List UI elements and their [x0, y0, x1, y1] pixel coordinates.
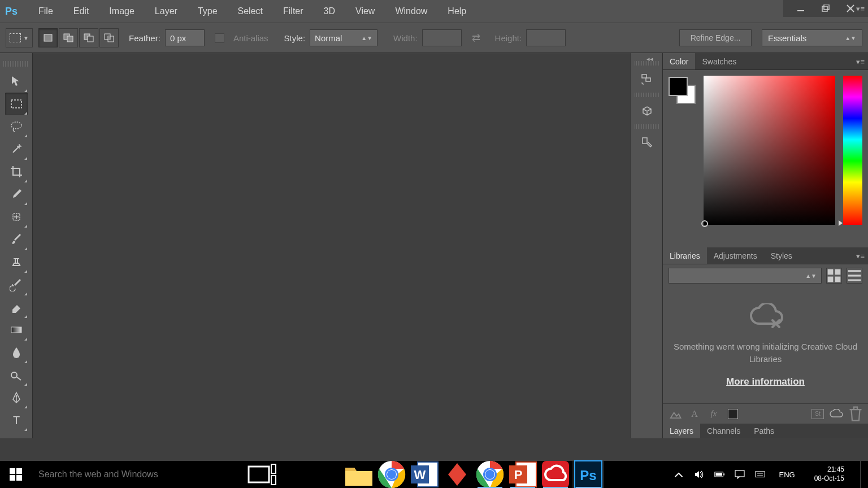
- photoshop-taskbar-icon[interactable]: Ps: [572, 461, 604, 488]
- keyboard-icon[interactable]: [755, 469, 765, 480]
- menu-type[interactable]: Type: [188, 0, 228, 23]
- minimize-icon[interactable]: [796, 3, 806, 14]
- magic-wand-tool[interactable]: [5, 138, 28, 160]
- menu-3d[interactable]: 3D: [314, 0, 345, 23]
- list-view-button[interactable]: [847, 268, 862, 284]
- panel-grip[interactable]: [3, 61, 29, 67]
- maximize-icon[interactable]: [821, 3, 831, 14]
- antialias-label: Anti-alias: [233, 33, 268, 43]
- menu-layer[interactable]: Layer: [145, 0, 188, 23]
- layers-tab[interactable]: Layers: [663, 424, 700, 438]
- chevron-updown-icon: ▲▼: [361, 35, 372, 41]
- type-tool[interactable]: T: [5, 409, 28, 432]
- panel-grip[interactable]: [635, 93, 659, 97]
- workspace-select[interactable]: Essentials ▲▼: [762, 29, 862, 46]
- panel-grip[interactable]: [635, 124, 659, 129]
- tool-preset-picker[interactable]: ▼: [6, 28, 33, 47]
- panel-menu-icon[interactable]: ▾≡: [856, 252, 865, 260]
- battery-icon[interactable]: [714, 469, 724, 480]
- crop-tool[interactable]: [5, 160, 28, 183]
- feather-input[interactable]: [165, 29, 205, 46]
- rectangular-marquee-tool[interactable]: [5, 93, 28, 115]
- collapse-panels-icon[interactable]: ◂◂: [646, 55, 653, 63]
- show-desktop-button[interactable]: [860, 461, 863, 488]
- chrome-running-icon[interactable]: [474, 461, 506, 488]
- fg-bg-swatch[interactable]: [669, 77, 696, 104]
- svg-rect-66: [724, 473, 725, 475]
- library-select[interactable]: ▲▼: [669, 268, 822, 284]
- gradient-tool[interactable]: [5, 319, 28, 341]
- swatches-tab[interactable]: Swatches: [695, 53, 743, 69]
- blur-tool[interactable]: [5, 341, 28, 364]
- language-indicator[interactable]: ENG: [775, 470, 798, 479]
- properties-panel-icon[interactable]: [636, 131, 658, 154]
- window-controls: [783, 0, 868, 17]
- add-selection-button[interactable]: [59, 28, 78, 47]
- action-center-icon[interactable]: [735, 469, 745, 480]
- svg-rect-29: [642, 75, 646, 78]
- right-panel-dock: Color Swatches ▾≡ Libraries Adjustments …: [662, 53, 868, 438]
- app-red-icon[interactable]: [441, 461, 473, 488]
- channels-tab[interactable]: Channels: [700, 424, 747, 438]
- menu-help[interactable]: Help: [437, 0, 476, 23]
- creative-cloud-icon[interactable]: [540, 461, 571, 488]
- tray-chevron-up-icon[interactable]: [674, 469, 684, 480]
- color-tab[interactable]: Color: [663, 53, 695, 69]
- collapsed-panel-strip: [631, 53, 662, 438]
- menu-edit[interactable]: Edit: [63, 0, 99, 23]
- chrome-icon[interactable]: [376, 461, 407, 488]
- svg-rect-45: [249, 467, 269, 482]
- new-selection-button[interactable]: [38, 28, 58, 47]
- hue-slider[interactable]: [843, 76, 862, 225]
- foreground-swatch[interactable]: [669, 77, 688, 96]
- tools-panel: T: [0, 53, 33, 438]
- history-panel-icon[interactable]: [636, 68, 658, 90]
- history-brush-tool[interactable]: [5, 273, 28, 296]
- menu-window[interactable]: Window: [385, 0, 437, 23]
- libraries-tab[interactable]: Libraries: [663, 247, 707, 264]
- hue-pointer-icon: [839, 220, 843, 226]
- powerpoint-icon[interactable]: P: [507, 461, 539, 488]
- menu-view[interactable]: View: [345, 0, 385, 23]
- menu-filter[interactable]: Filter: [273, 0, 314, 23]
- color-field[interactable]: [704, 76, 835, 225]
- menu-image[interactable]: Image: [99, 0, 144, 23]
- search-box[interactable]: [32, 461, 246, 488]
- grid-view-button[interactable]: [826, 268, 842, 284]
- task-view-button[interactable]: [246, 461, 278, 488]
- menu-file[interactable]: File: [28, 0, 63, 23]
- width-label: Width:: [393, 33, 418, 43]
- lasso-tool[interactable]: [5, 115, 28, 138]
- 3d-panel-icon[interactable]: [636, 99, 658, 122]
- search-input[interactable]: [38, 469, 246, 480]
- start-button[interactable]: [0, 461, 32, 488]
- dodge-tool[interactable]: [5, 364, 28, 386]
- close-icon[interactable]: [845, 3, 856, 14]
- move-tool[interactable]: [5, 70, 28, 93]
- clock[interactable]: 21:45 08-Oct-15: [809, 465, 850, 483]
- chevron-down-icon: ▼: [23, 35, 29, 41]
- trash-icon: [849, 407, 862, 421]
- options-bar: ▼ Feather: Anti-alias Style: Normal ▲▼ W…: [0, 23, 868, 53]
- style-select[interactable]: Normal ▲▼: [310, 29, 377, 46]
- styles-tab[interactable]: Styles: [764, 247, 799, 264]
- panel-menu-icon[interactable]: ▾≡: [856, 58, 865, 66]
- brush-tool[interactable]: [5, 228, 28, 251]
- word-icon[interactable]: W: [409, 461, 440, 488]
- panel-menu-icon[interactable]: ▾≡: [856, 5, 865, 13]
- adjustments-tab[interactable]: Adjustments: [707, 247, 764, 264]
- pen-tool[interactable]: [5, 386, 28, 409]
- menu-select[interactable]: Select: [228, 0, 273, 23]
- spot-heal-tool[interactable]: [5, 206, 28, 228]
- svg-rect-35: [835, 277, 841, 282]
- volume-icon[interactable]: [694, 469, 704, 480]
- paths-tab[interactable]: Paths: [747, 424, 781, 438]
- more-information-link[interactable]: More information: [726, 376, 805, 387]
- subtract-selection-button[interactable]: [79, 28, 98, 47]
- windows-taskbar: W P Ps ENG 21:45 08-Oct-15: [0, 461, 868, 488]
- file-explorer-icon[interactable]: [343, 461, 375, 488]
- clone-stamp-tool[interactable]: [5, 251, 28, 273]
- intersect-selection-button[interactable]: [99, 28, 119, 47]
- eyedropper-tool[interactable]: [5, 183, 28, 206]
- eraser-tool[interactable]: [5, 296, 28, 319]
